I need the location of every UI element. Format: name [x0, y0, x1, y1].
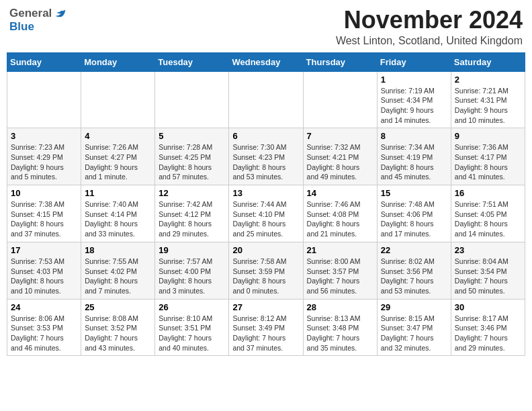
calendar-cell: 28Sunrise: 8:13 AM Sunset: 3:48 PM Dayli… [303, 299, 377, 356]
day-info: Sunrise: 8:17 AM Sunset: 3:46 PM Dayligh… [455, 314, 521, 353]
day-number: 23 [455, 245, 521, 255]
day-info: Sunrise: 7:26 AM Sunset: 4:27 PM Dayligh… [85, 142, 151, 182]
day-info: Sunrise: 7:34 AM Sunset: 4:19 PM Dayligh… [381, 142, 447, 182]
day-info: Sunrise: 7:46 AM Sunset: 4:08 PM Dayligh… [307, 199, 373, 239]
day-info: Sunrise: 7:36 AM Sunset: 4:17 PM Dayligh… [455, 142, 521, 182]
day-number: 10 [11, 188, 77, 198]
day-info: Sunrise: 7:32 AM Sunset: 4:21 PM Dayligh… [307, 142, 373, 182]
day-info: Sunrise: 7:30 AM Sunset: 4:23 PM Dayligh… [232, 142, 299, 182]
day-number: 6 [232, 131, 299, 141]
day-number: 18 [85, 245, 151, 255]
calendar-cell: 24Sunrise: 8:06 AM Sunset: 3:53 PM Dayli… [7, 299, 81, 356]
weekday-header-monday: Monday [81, 52, 155, 71]
calendar-cell: 26Sunrise: 8:10 AM Sunset: 3:51 PM Dayli… [155, 299, 229, 356]
weekday-header-tuesday: Tuesday [155, 52, 229, 71]
day-number: 13 [232, 188, 299, 198]
day-info: Sunrise: 8:02 AM Sunset: 3:56 PM Dayligh… [381, 257, 447, 296]
day-number: 7 [307, 131, 373, 141]
day-number: 21 [307, 245, 373, 255]
day-number: 4 [85, 131, 151, 141]
calendar-cell [155, 71, 229, 128]
calendar-cell: 15Sunrise: 7:48 AM Sunset: 4:06 PM Dayli… [377, 185, 451, 242]
day-info: Sunrise: 7:23 AM Sunset: 4:29 PM Dayligh… [11, 142, 77, 182]
logo-general: General [9, 7, 52, 20]
page-header: General Blue November 2024 West Linton, … [7, 7, 525, 47]
month-title: November 2024 [336, 7, 523, 34]
day-number: 29 [381, 302, 447, 312]
day-info: Sunrise: 8:00 AM Sunset: 3:57 PM Dayligh… [307, 257, 373, 296]
weekday-header-wednesday: Wednesday [229, 52, 303, 71]
logo: General Blue [9, 7, 66, 34]
day-info: Sunrise: 8:04 AM Sunset: 3:54 PM Dayligh… [455, 257, 521, 296]
calendar-cell: 4Sunrise: 7:26 AM Sunset: 4:27 PM Daylig… [81, 128, 155, 185]
calendar-cell: 12Sunrise: 7:42 AM Sunset: 4:12 PM Dayli… [155, 185, 229, 242]
day-number: 20 [232, 245, 299, 255]
day-number: 25 [85, 302, 151, 312]
calendar-table: SundayMondayTuesdayWednesdayThursdayFrid… [7, 52, 525, 357]
calendar-cell: 2Sunrise: 7:21 AM Sunset: 4:31 PM Daylig… [451, 71, 525, 128]
weekday-header-row: SundayMondayTuesdayWednesdayThursdayFrid… [7, 52, 525, 71]
calendar-cell: 1Sunrise: 7:19 AM Sunset: 4:34 PM Daylig… [377, 71, 451, 128]
day-info: Sunrise: 7:44 AM Sunset: 4:10 PM Dayligh… [232, 199, 299, 239]
title-block: November 2024 West Linton, Scotland, Uni… [336, 7, 523, 47]
day-info: Sunrise: 7:21 AM Sunset: 4:31 PM Dayligh… [455, 86, 521, 126]
calendar-cell: 17Sunrise: 7:53 AM Sunset: 4:03 PM Dayli… [7, 242, 81, 299]
day-info: Sunrise: 7:19 AM Sunset: 4:34 PM Dayligh… [381, 86, 447, 126]
weekday-header-sunday: Sunday [7, 52, 81, 71]
calendar-cell: 8Sunrise: 7:34 AM Sunset: 4:19 PM Daylig… [377, 128, 451, 185]
calendar-week-row: 1Sunrise: 7:19 AM Sunset: 4:34 PM Daylig… [7, 71, 525, 128]
calendar-cell: 9Sunrise: 7:36 AM Sunset: 4:17 PM Daylig… [451, 128, 525, 185]
day-info: Sunrise: 7:51 AM Sunset: 4:05 PM Dayligh… [455, 199, 521, 239]
day-number: 24 [11, 302, 77, 312]
day-info: Sunrise: 8:15 AM Sunset: 3:47 PM Dayligh… [381, 314, 447, 353]
calendar-cell [229, 71, 303, 128]
calendar-cell [303, 71, 377, 128]
calendar-cell [7, 71, 81, 128]
day-info: Sunrise: 7:42 AM Sunset: 4:12 PM Dayligh… [159, 199, 225, 239]
calendar-cell: 19Sunrise: 7:57 AM Sunset: 4:00 PM Dayli… [155, 242, 229, 299]
calendar-cell: 23Sunrise: 8:04 AM Sunset: 3:54 PM Dayli… [451, 242, 525, 299]
day-info: Sunrise: 8:08 AM Sunset: 3:52 PM Dayligh… [85, 314, 151, 353]
day-info: Sunrise: 8:06 AM Sunset: 3:53 PM Dayligh… [11, 314, 77, 353]
day-number: 1 [381, 75, 447, 85]
day-info: Sunrise: 7:57 AM Sunset: 4:00 PM Dayligh… [159, 257, 225, 296]
calendar-cell: 14Sunrise: 7:46 AM Sunset: 4:08 PM Dayli… [303, 185, 377, 242]
calendar-cell: 18Sunrise: 7:55 AM Sunset: 4:02 PM Dayli… [81, 242, 155, 299]
calendar-cell: 16Sunrise: 7:51 AM Sunset: 4:05 PM Dayli… [451, 185, 525, 242]
day-number: 30 [455, 302, 521, 312]
logo-bird-icon [53, 7, 66, 19]
calendar-week-row: 17Sunrise: 7:53 AM Sunset: 4:03 PM Dayli… [7, 242, 525, 299]
calendar-cell: 10Sunrise: 7:38 AM Sunset: 4:15 PM Dayli… [7, 185, 81, 242]
weekday-header-thursday: Thursday [303, 52, 377, 71]
day-number: 9 [455, 131, 521, 141]
day-info: Sunrise: 7:48 AM Sunset: 4:06 PM Dayligh… [381, 199, 447, 239]
day-info: Sunrise: 7:58 AM Sunset: 3:59 PM Dayligh… [232, 257, 299, 296]
location-title: West Linton, Scotland, United Kingdom [336, 35, 523, 47]
calendar-cell: 5Sunrise: 7:28 AM Sunset: 4:25 PM Daylig… [155, 128, 229, 185]
calendar-cell: 7Sunrise: 7:32 AM Sunset: 4:21 PM Daylig… [303, 128, 377, 185]
calendar-cell: 13Sunrise: 7:44 AM Sunset: 4:10 PM Dayli… [229, 185, 303, 242]
calendar-cell: 20Sunrise: 7:58 AM Sunset: 3:59 PM Dayli… [229, 242, 303, 299]
day-number: 16 [455, 188, 521, 198]
calendar-cell: 27Sunrise: 8:12 AM Sunset: 3:49 PM Dayli… [229, 299, 303, 356]
day-info: Sunrise: 7:53 AM Sunset: 4:03 PM Dayligh… [11, 257, 77, 296]
calendar-cell: 11Sunrise: 7:40 AM Sunset: 4:14 PM Dayli… [81, 185, 155, 242]
day-number: 17 [11, 245, 77, 255]
day-number: 12 [159, 188, 225, 198]
day-info: Sunrise: 8:10 AM Sunset: 3:51 PM Dayligh… [159, 314, 225, 353]
calendar-week-row: 24Sunrise: 8:06 AM Sunset: 3:53 PM Dayli… [7, 299, 525, 356]
day-number: 15 [381, 188, 447, 198]
calendar-cell: 25Sunrise: 8:08 AM Sunset: 3:52 PM Dayli… [81, 299, 155, 356]
day-info: Sunrise: 8:12 AM Sunset: 3:49 PM Dayligh… [232, 314, 299, 353]
day-info: Sunrise: 8:13 AM Sunset: 3:48 PM Dayligh… [307, 314, 373, 353]
day-number: 5 [159, 131, 225, 141]
calendar-cell: 30Sunrise: 8:17 AM Sunset: 3:46 PM Dayli… [451, 299, 525, 356]
calendar-week-row: 10Sunrise: 7:38 AM Sunset: 4:15 PM Dayli… [7, 185, 525, 242]
day-number: 2 [455, 75, 521, 85]
calendar-cell: 6Sunrise: 7:30 AM Sunset: 4:23 PM Daylig… [229, 128, 303, 185]
day-number: 8 [381, 131, 447, 141]
calendar-cell [81, 71, 155, 128]
weekday-header-friday: Friday [377, 52, 451, 71]
weekday-header-saturday: Saturday [451, 52, 525, 71]
day-number: 19 [159, 245, 225, 255]
